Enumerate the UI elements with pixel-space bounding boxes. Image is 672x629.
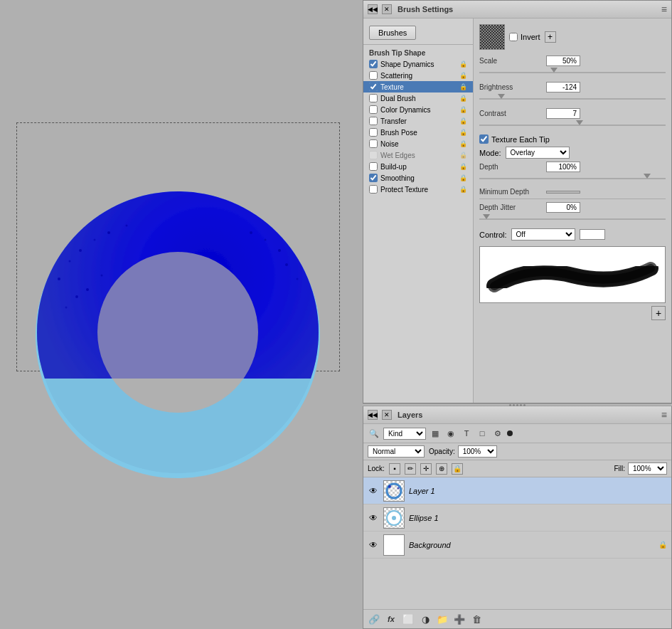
buildup-checkbox[interactable] [369,162,378,171]
depth-input[interactable] [546,162,580,172]
brush-item-noise[interactable]: Noise 🔒 [363,138,473,149]
depth-jitter-input[interactable] [546,202,580,213]
layers-close-button[interactable]: ✕ [382,410,392,420]
brightness-slider[interactable] [479,94,666,104]
brush-item-scattering[interactable]: Scattering 🔒 [363,70,473,81]
layer-name-layer1: Layer 1 [409,487,667,495]
lock-icon-9: 🔒 [459,152,467,159]
contrast-input[interactable] [546,108,580,119]
svg-point-19 [285,263,288,266]
fill-select[interactable]: 100% 75% 50% [628,462,667,475]
type-filter-icon[interactable]: T [460,427,473,440]
adjustment-layer-button[interactable]: ◑ [419,613,432,625]
lock-transparent-button[interactable]: ▪ [389,463,400,475]
eye-icon-layer1[interactable]: 👁 [368,485,379,497]
texture-checkbox[interactable] [369,83,378,91]
brush-item-texture[interactable]: Texture 🔒 [363,81,473,92]
svg-point-14 [125,225,127,227]
svg-point-23 [250,231,252,234]
lock-label: Lock: [368,465,385,472]
brush-pose-label: Brush Pose [380,129,457,137]
lock-all-button[interactable]: 🔒 [452,463,463,475]
smoothing-checkbox[interactable] [369,174,378,182]
texture-thumbnail[interactable] [479,24,505,50]
kind-select[interactable]: Kind Name Effect [383,428,426,440]
brightness-input[interactable] [546,82,580,92]
mode-select[interactable]: Overlay Normal Multiply Screen Hard Ligh… [506,147,570,159]
blend-mode-select[interactable]: Normal Multiply Screen Overlay [368,445,425,458]
svg-point-28 [398,487,400,489]
lock-artboards-button[interactable]: ⊕ [436,463,447,475]
layer-item-ellipse1[interactable]: 👁 Ellipse 1 [363,504,671,532]
noise-label: Noise [380,140,457,148]
opacity-select[interactable]: 100% 75% 50% [458,445,497,458]
panel-menu-icon[interactable]: ≡ [661,4,667,15]
add-texture-button[interactable]: + [545,31,556,43]
lock-icon-4: 🔒 [459,95,467,102]
brush-right-content: Invert + Scale Brightness [474,18,671,403]
contrast-row: Contrast [479,108,666,119]
scattering-checkbox[interactable] [369,71,378,80]
transfer-checkbox[interactable] [369,117,378,125]
depth-slider[interactable] [479,174,666,184]
brush-item-color-dynamics[interactable]: Color Dynamics 🔒 [363,104,473,115]
brush-tip-shape-title[interactable]: Brush Tip Shape [363,48,473,58]
color-dynamics-checkbox[interactable] [369,105,378,114]
protect-texture-checkbox[interactable] [369,185,378,194]
layers-bottom-toolbar: 🔗 fx ⬜ ◑ 📁 ➕ 🗑 [363,609,671,628]
layer-thumb-background [383,534,405,556]
group-layers-button[interactable]: 📁 [436,613,449,625]
shape-filter-icon[interactable]: □ [476,427,489,440]
texture-each-tip-checkbox[interactable] [479,134,489,144]
dual-brush-label: Dual Brush [380,95,457,102]
brush-item-brush-pose[interactable]: Brush Pose 🔒 [363,127,473,138]
close-button[interactable]: ✕ [382,4,392,14]
brush-settings-panel: ◀◀ ✕ Brush Settings ≡ Brushes Brush Tip … [363,0,672,403]
layer-item-layer1[interactable]: 👁 Layer 1 [363,477,671,504]
brush-item-buildup[interactable]: Build-up 🔒 [363,161,473,172]
control-select[interactable]: Off Fade Pen Pressure [511,228,575,240]
lock-position-button[interactable]: ✛ [420,463,432,475]
brush-item-dual-brush[interactable]: Dual Brush 🔒 [363,92,473,104]
lock-row: Lock: ▪ ✏ ✛ ⊕ 🔒 Fill: 100% 75% 50% [363,460,671,477]
add-preset-button[interactable]: + [651,306,666,320]
scale-input[interactable] [546,56,580,66]
invert-checkbox[interactable] [509,33,518,41]
invert-row: Invert [509,33,540,41]
eye-icon-background[interactable]: 👁 [368,539,379,551]
noise-checkbox[interactable] [369,139,378,148]
smart-filter-icon[interactable]: ⚙ [491,427,504,440]
delete-layer-button[interactable]: 🗑 [470,613,483,625]
lock-paint-button[interactable]: ✏ [405,463,416,475]
fx-button[interactable]: fx [385,613,398,625]
brush-item-transfer[interactable]: Transfer 🔒 [363,115,473,127]
wet-edges-checkbox [369,151,378,159]
new-layer-button[interactable]: ➕ [453,613,466,625]
brush-left-sidebar: Brushes Brush Tip Shape Shape Dynamics 🔒… [363,18,474,403]
collapse-button[interactable]: ◀◀ [368,4,378,14]
gradient-filter-icon[interactable]: ◉ [444,427,457,440]
lock-icon-6: 🔒 [459,117,467,125]
shape-dynamics-checkbox[interactable] [369,60,378,68]
add-mask-button[interactable]: ⬜ [402,613,415,625]
search-layers-icon[interactable]: 🔍 [368,427,380,440]
layers-menu-icon[interactable]: ≡ [661,409,667,421]
layers-collapse-button[interactable]: ◀◀ [368,410,378,420]
eye-icon-ellipse1[interactable]: 👁 [368,512,379,524]
brush-item-shape-dynamics[interactable]: Shape Dynamics 🔒 [363,58,473,70]
scale-slider[interactable] [479,68,666,78]
layer-item-background[interactable]: 👁 Background 🔒 [363,532,671,559]
contrast-slider[interactable] [479,120,666,130]
svg-point-21 [278,249,281,252]
pixel-filter-icon[interactable]: ▦ [429,427,442,440]
depth-jitter-slider[interactable] [479,214,666,224]
link-layers-button[interactable]: 🔗 [368,613,380,625]
brush-item-smoothing[interactable]: Smoothing 🔒 [363,172,473,184]
dual-brush-checkbox[interactable] [369,94,378,102]
brushes-button[interactable]: Brushes [369,26,416,40]
brush-pose-checkbox[interactable] [369,128,378,137]
control-value-input[interactable] [580,229,605,240]
texture-each-tip-label: Texture Each Tip [491,135,550,144]
brush-item-protect-texture[interactable]: Protect Texture 🔒 [363,184,473,195]
svg-point-27 [388,485,391,488]
